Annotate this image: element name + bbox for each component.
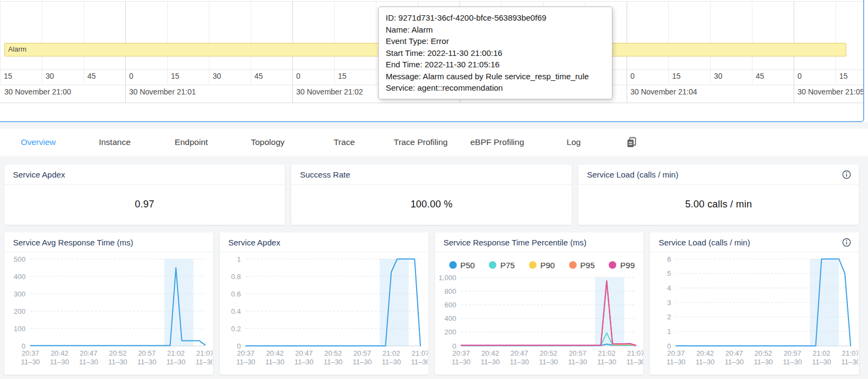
x-tick-date: 11–30 [21, 358, 40, 366]
x-tick-time: 20:47 [295, 349, 313, 357]
card-title: Service Apdex [13, 170, 277, 179]
tab-trace-profiling[interactable]: Trace Profiling [382, 137, 459, 147]
legend-item-p90[interactable]: P90 [529, 261, 555, 270]
x-tick-time: 20:37 [22, 349, 40, 357]
stat-card-service-load: Service Load (calls / min) 5.00 calls / … [578, 165, 859, 225]
legend-item-p75[interactable]: P75 [489, 261, 515, 270]
x-tick-date: 11–30 [667, 358, 686, 366]
timeline-tick-label: 30 [714, 72, 723, 80]
copy-docs-icon[interactable] [612, 136, 651, 148]
legend-label: P50 [461, 261, 475, 270]
x-tick-date: 11–30 [754, 358, 773, 366]
chart-card-service-load-calls-min-: Service Load (calls / min) 012345620:371… [650, 232, 859, 375]
x-tick-date: 11–30 [167, 358, 186, 366]
tooltip-line: Message: Alarm caused by Rule service_re… [386, 71, 605, 83]
tab-log[interactable]: Log [535, 137, 612, 147]
x-tick-date: 11–30 [597, 358, 616, 366]
y-tick-label: 1 [237, 255, 241, 263]
legend-dot [609, 261, 616, 269]
x-tick-time: 20:57 [138, 349, 156, 357]
x-tick-time: 21:02 [598, 349, 616, 357]
stat-value: 0.97 [4, 185, 285, 224]
y-tick-label: 400 [444, 314, 456, 323]
x-tick-date: 11–30 [509, 358, 528, 366]
timeline-tick-label: 15 [4, 72, 12, 80]
tooltip-line: Service: agent::recommendation [386, 82, 605, 94]
info-icon[interactable] [842, 238, 851, 247]
x-tick-date: 11–30 [695, 358, 714, 366]
timeline-tick-label: 0 [296, 72, 301, 80]
legend-item-p50[interactable]: P50 [449, 261, 475, 270]
tab-endpoint[interactable]: Endpoint [153, 137, 229, 147]
x-tick-date: 11–30 [539, 358, 558, 366]
x-tick-date: 11–30 [841, 358, 859, 366]
tab-instance[interactable]: Instance [76, 137, 153, 147]
timeline-tick-label: 45 [87, 72, 96, 80]
x-tick-time: 21:02 [382, 349, 400, 357]
x-tick-time: 20:47 [725, 349, 743, 357]
x-tick-time: 20:42 [50, 349, 68, 357]
tooltip-line: Start Time: 2022-11-30 21:00:16 [386, 47, 605, 59]
y-tick-label: 600 [444, 301, 456, 309]
x-tick-time: 20:37 [237, 349, 254, 357]
legend-dot [569, 261, 577, 269]
tab-trace[interactable]: Trace [306, 137, 382, 147]
y-tick-label: 0.4 [231, 307, 241, 315]
timeline-date-label: 30 November 21:01 [129, 87, 196, 96]
y-tick-label: 0.2 [231, 325, 241, 333]
legend-label: P95 [580, 261, 595, 270]
tooltip-line: Event Type: Error [386, 35, 605, 47]
tooltip-line: Name: Alarm [386, 24, 605, 36]
x-tick-time: 20:57 [569, 349, 586, 357]
info-icon[interactable] [842, 170, 851, 179]
tooltip-line: ID: 9271d731-36cf-4200-bfce-563893be0f69 [386, 12, 605, 24]
x-tick-time: 20:47 [510, 349, 528, 357]
tab-overview[interactable]: Overview [0, 137, 76, 147]
card-title: Service Load (calls / min) [659, 238, 842, 247]
timeline-gridline [0, 1, 1, 85]
x-tick-date: 11–30 [323, 358, 342, 366]
timeline-tick-label: 0 [630, 72, 635, 80]
timeline-tick-label: 0 [129, 72, 133, 80]
chart-card-service-response-time-percentile-ms-: Service Response Time Percentile (ms)P50… [435, 232, 644, 375]
x-tick-time: 20:52 [324, 349, 342, 357]
x-tick-time: 21:07 [411, 349, 427, 357]
x-tick-date: 11–30 [783, 358, 802, 366]
chart-card-service-avg-response-time-ms-: Service Avg Response Time (ms)0100200300… [4, 232, 213, 375]
chart-svg: 02004006008001,00020:3711–3020:4211–3020… [435, 272, 643, 370]
legend-label: P75 [500, 261, 515, 270]
x-tick-time: 20:57 [784, 349, 802, 357]
chart-legend: P50P75P90P95P99 [435, 252, 644, 271]
x-tick-date: 11–30 [294, 358, 313, 366]
legend-item-p95[interactable]: P95 [569, 261, 595, 270]
legend-dot [529, 261, 537, 269]
tabs-holder: OverviewInstanceEndpointTopologyTraceTra… [0, 137, 612, 147]
x-tick-time: 20:52 [109, 349, 127, 357]
x-tick-time: 21:07 [627, 349, 643, 357]
tab-ebpf-profiling[interactable]: eBPF Profiling [459, 137, 535, 147]
card-title: Service Load (calls / min) [587, 170, 842, 179]
x-tick-time: 20:52 [539, 349, 557, 357]
timeline-tick-label: 0 [797, 72, 802, 80]
tooltip-line: End Time: 2022-11-30 21:05:16 [386, 59, 605, 71]
y-tick-label: 500 [14, 255, 25, 263]
tab-topology[interactable]: Topology [229, 137, 306, 147]
x-tick-date: 11–30 [725, 358, 744, 366]
y-tick-label: 1 [667, 327, 671, 336]
x-tick-date: 11–30 [236, 358, 255, 366]
stat-cards-row: Service Apdex 0.97 Success Rate 100.00 %… [4, 165, 859, 225]
x-tick-date: 11–30 [626, 358, 643, 366]
alarm-highlight-band [380, 259, 409, 346]
card-title: Service Avg Response Time (ms) [13, 238, 206, 247]
x-tick-time: 20:42 [481, 349, 499, 357]
x-tick-date: 11–30 [353, 358, 372, 366]
y-tick-label: 6 [667, 255, 671, 263]
legend-item-p99[interactable]: P99 [609, 261, 635, 270]
tab-bar: OverviewInstanceEndpointTopologyTraceTra… [0, 129, 868, 156]
x-tick-time: 20:47 [80, 349, 98, 357]
x-tick-time: 20:37 [452, 349, 470, 357]
timeline-hline [0, 103, 864, 103]
y-tick-label: 3 [667, 299, 671, 307]
stat-value: 100.00 % [291, 185, 572, 224]
card-title: Service Apdex [228, 238, 421, 247]
